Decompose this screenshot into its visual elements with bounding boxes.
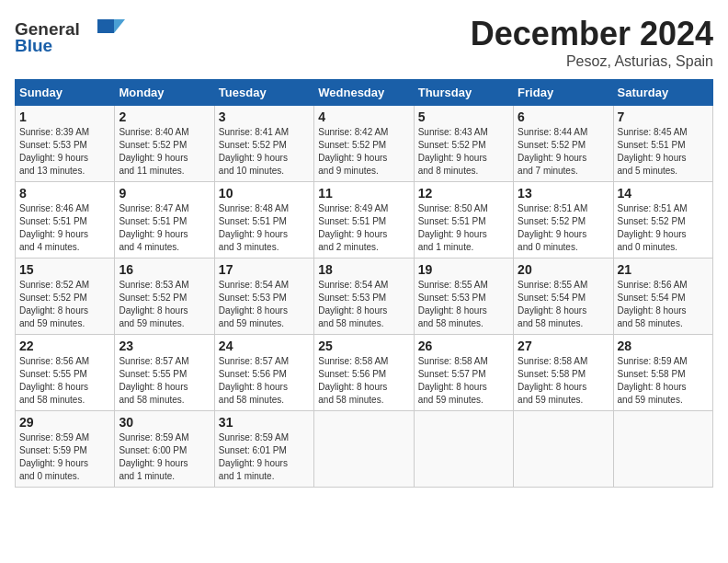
calendar-week-row: 1Sunrise: 8:39 AM Sunset: 5:53 PM Daylig…: [16, 106, 713, 182]
calendar-cell: 28Sunrise: 8:59 AM Sunset: 5:58 PM Dayli…: [613, 335, 712, 411]
day-detail: Sunrise: 8:43 AM Sunset: 5:52 PM Dayligh…: [418, 126, 509, 178]
day-number: 2: [119, 109, 210, 124]
day-detail: Sunrise: 8:55 AM Sunset: 5:53 PM Dayligh…: [418, 279, 509, 330]
day-number: 3: [219, 109, 310, 124]
day-detail: Sunrise: 8:54 AM Sunset: 5:53 PM Dayligh…: [219, 279, 310, 330]
day-number: 27: [518, 339, 609, 353]
logo: General Blue: [15, 15, 125, 60]
day-detail: Sunrise: 8:55 AM Sunset: 5:54 PM Dayligh…: [518, 279, 609, 330]
calendar-cell: 16Sunrise: 8:53 AM Sunset: 5:52 PM Dayli…: [115, 259, 214, 335]
day-detail: Sunrise: 8:50 AM Sunset: 5:51 PM Dayligh…: [418, 202, 509, 254]
calendar-cell: 1Sunrise: 8:39 AM Sunset: 5:53 PM Daylig…: [16, 106, 115, 182]
day-number: 13: [518, 186, 609, 201]
header-thursday: Thursday: [414, 80, 513, 106]
day-detail: Sunrise: 8:45 AM Sunset: 5:51 PM Dayligh…: [618, 126, 709, 178]
day-detail: Sunrise: 8:59 AM Sunset: 5:59 PM Dayligh…: [19, 431, 110, 483]
day-detail: Sunrise: 8:59 AM Sunset: 6:01 PM Dayligh…: [219, 431, 310, 483]
day-detail: Sunrise: 8:51 AM Sunset: 5:52 PM Dayligh…: [618, 202, 709, 254]
calendar-cell: 3Sunrise: 8:41 AM Sunset: 5:52 PM Daylig…: [214, 106, 313, 182]
calendar-cell: 7Sunrise: 8:45 AM Sunset: 5:51 PM Daylig…: [613, 106, 712, 182]
day-number: 6: [518, 109, 609, 124]
calendar-cell: 22Sunrise: 8:56 AM Sunset: 5:55 PM Dayli…: [16, 335, 115, 411]
day-number: 8: [19, 186, 110, 201]
day-number: 25: [318, 339, 409, 353]
month-title: December 2024: [471, 15, 713, 53]
calendar-cell: 11Sunrise: 8:49 AM Sunset: 5:51 PM Dayli…: [314, 182, 414, 259]
day-number: 29: [19, 415, 110, 430]
day-detail: Sunrise: 8:59 AM Sunset: 5:58 PM Dayligh…: [618, 355, 709, 407]
calendar-cell: 10Sunrise: 8:48 AM Sunset: 5:51 PM Dayli…: [214, 182, 313, 259]
day-number: 12: [418, 186, 509, 201]
day-detail: Sunrise: 8:58 AM Sunset: 5:57 PM Dayligh…: [418, 355, 509, 407]
header-tuesday: Tuesday: [214, 80, 313, 106]
day-number: 28: [618, 339, 709, 353]
svg-text:Blue: Blue: [15, 36, 52, 55]
calendar-cell: 15Sunrise: 8:52 AM Sunset: 5:52 PM Dayli…: [16, 259, 115, 335]
title-block: December 2024 Pesoz, Asturias, Spain: [471, 15, 713, 70]
calendar-cell: 21Sunrise: 8:56 AM Sunset: 5:54 PM Dayli…: [613, 259, 712, 335]
day-number: 9: [119, 186, 210, 201]
day-number: 16: [119, 262, 210, 277]
calendar-cell: [314, 411, 414, 488]
svg-marker-2: [114, 19, 125, 33]
day-number: 30: [119, 415, 210, 430]
calendar-table: SundayMondayTuesdayWednesdayThursdayFrid…: [15, 79, 713, 488]
calendar-cell: 17Sunrise: 8:54 AM Sunset: 5:53 PM Dayli…: [214, 259, 313, 335]
calendar-week-row: 8Sunrise: 8:46 AM Sunset: 5:51 PM Daylig…: [16, 182, 713, 259]
day-detail: Sunrise: 8:47 AM Sunset: 5:51 PM Dayligh…: [119, 202, 210, 254]
calendar-cell: 12Sunrise: 8:50 AM Sunset: 5:51 PM Dayli…: [414, 182, 513, 259]
calendar-cell: [514, 411, 613, 488]
calendar-cell: 5Sunrise: 8:43 AM Sunset: 5:52 PM Daylig…: [414, 106, 513, 182]
day-number: 24: [219, 339, 310, 353]
calendar-cell: 29Sunrise: 8:59 AM Sunset: 5:59 PM Dayli…: [16, 411, 115, 488]
page-header: General Blue December 2024 Pesoz, Asturi…: [15, 15, 713, 70]
calendar-cell: 2Sunrise: 8:40 AM Sunset: 5:52 PM Daylig…: [115, 106, 214, 182]
day-number: 1: [19, 109, 110, 124]
day-detail: Sunrise: 8:57 AM Sunset: 5:56 PM Dayligh…: [219, 355, 310, 407]
header-friday: Friday: [514, 80, 613, 106]
logo-text: General Blue: [15, 15, 125, 60]
day-detail: Sunrise: 8:41 AM Sunset: 5:52 PM Dayligh…: [219, 126, 310, 178]
day-number: 17: [219, 262, 310, 277]
calendar-cell: 30Sunrise: 8:59 AM Sunset: 6:00 PM Dayli…: [115, 411, 214, 488]
day-number: 31: [219, 415, 310, 430]
calendar-cell: 18Sunrise: 8:54 AM Sunset: 5:53 PM Dayli…: [314, 259, 414, 335]
location-title: Pesoz, Asturias, Spain: [471, 53, 713, 70]
header-monday: Monday: [115, 80, 214, 106]
header-saturday: Saturday: [613, 80, 712, 106]
calendar-cell: 27Sunrise: 8:58 AM Sunset: 5:58 PM Dayli…: [514, 335, 613, 411]
day-number: 11: [318, 186, 409, 201]
calendar-cell: 4Sunrise: 8:42 AM Sunset: 5:52 PM Daylig…: [314, 106, 414, 182]
day-detail: Sunrise: 8:58 AM Sunset: 5:58 PM Dayligh…: [518, 355, 609, 407]
day-detail: Sunrise: 8:49 AM Sunset: 5:51 PM Dayligh…: [318, 202, 409, 254]
svg-marker-1: [97, 19, 114, 33]
day-detail: Sunrise: 8:57 AM Sunset: 5:55 PM Dayligh…: [119, 355, 210, 407]
day-detail: Sunrise: 8:42 AM Sunset: 5:52 PM Dayligh…: [318, 126, 409, 178]
day-detail: Sunrise: 8:54 AM Sunset: 5:53 PM Dayligh…: [318, 279, 409, 330]
calendar-cell: 26Sunrise: 8:58 AM Sunset: 5:57 PM Dayli…: [414, 335, 513, 411]
day-number: 7: [618, 109, 709, 124]
calendar-cell: 23Sunrise: 8:57 AM Sunset: 5:55 PM Dayli…: [115, 335, 214, 411]
calendar-cell: 8Sunrise: 8:46 AM Sunset: 5:51 PM Daylig…: [16, 182, 115, 259]
day-number: 4: [318, 109, 409, 124]
day-number: 14: [618, 186, 709, 201]
calendar-cell: 24Sunrise: 8:57 AM Sunset: 5:56 PM Dayli…: [214, 335, 313, 411]
day-number: 26: [418, 339, 509, 353]
day-detail: Sunrise: 8:44 AM Sunset: 5:52 PM Dayligh…: [518, 126, 609, 178]
day-number: 19: [418, 262, 509, 277]
day-number: 21: [618, 262, 709, 277]
day-number: 15: [19, 262, 110, 277]
day-number: 10: [219, 186, 310, 201]
calendar-cell: 9Sunrise: 8:47 AM Sunset: 5:51 PM Daylig…: [115, 182, 214, 259]
calendar-week-row: 29Sunrise: 8:59 AM Sunset: 5:59 PM Dayli…: [16, 411, 713, 488]
day-number: 5: [418, 109, 509, 124]
calendar-cell: 31Sunrise: 8:59 AM Sunset: 6:01 PM Dayli…: [214, 411, 313, 488]
day-detail: Sunrise: 8:48 AM Sunset: 5:51 PM Dayligh…: [219, 202, 310, 254]
day-detail: Sunrise: 8:56 AM Sunset: 5:55 PM Dayligh…: [19, 355, 110, 407]
calendar-cell: 20Sunrise: 8:55 AM Sunset: 5:54 PM Dayli…: [514, 259, 613, 335]
calendar-cell: 14Sunrise: 8:51 AM Sunset: 5:52 PM Dayli…: [613, 182, 712, 259]
header-wednesday: Wednesday: [314, 80, 414, 106]
day-detail: Sunrise: 8:51 AM Sunset: 5:52 PM Dayligh…: [518, 202, 609, 254]
day-detail: Sunrise: 8:59 AM Sunset: 6:00 PM Dayligh…: [119, 431, 210, 483]
header-sunday: Sunday: [16, 80, 115, 106]
